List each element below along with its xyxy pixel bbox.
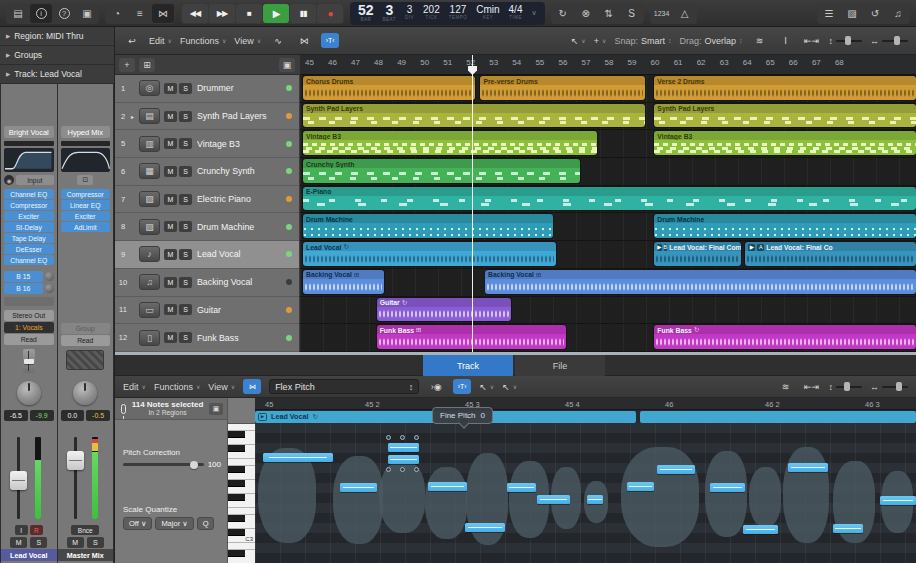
flex-pitch-note[interactable] — [710, 483, 745, 492]
region-header[interactable] — [640, 411, 916, 423]
flex-pitch-note[interactable] — [340, 483, 377, 492]
track-activity-dot[interactable] — [286, 251, 292, 257]
flex-pitch-note[interactable] — [880, 496, 916, 505]
note-pads-icon[interactable]: ▨ — [841, 4, 863, 23]
region[interactable]: E-Piano — [303, 187, 916, 211]
region-play-icon[interactable]: ▶ — [258, 413, 267, 421]
strip-name-label[interactable]: Master Mix — [58, 549, 114, 561]
region[interactable]: Synth Pad Layers — [303, 104, 645, 128]
strip-image-thumbnail[interactable] — [66, 350, 104, 370]
track-header[interactable]: 2▸▤MSSynth Pad Layers — [115, 103, 299, 131]
mute-button[interactable]: M — [164, 332, 177, 343]
mute-button[interactable]: M — [164, 249, 177, 260]
track-header[interactable]: 7▧MSElectric Piano — [115, 186, 299, 214]
black-key[interactable] — [228, 529, 245, 536]
browsers-icon[interactable]: ♫ — [887, 4, 909, 23]
vertical-zoom-slider[interactable]: ↕ — [829, 36, 863, 46]
take-play-icon[interactable]: ▶ — [748, 244, 755, 251]
volume-readout[interactable]: 0.0 — [61, 410, 85, 421]
track-lane[interactable]: Funk Bass⊞Funk Bass↻ — [300, 324, 916, 352]
duplicate-track-button[interactable]: ⊞ — [139, 58, 155, 72]
track-lane[interactable]: E-Piano — [300, 186, 916, 214]
note-edit-handle[interactable] — [386, 467, 391, 472]
horizontal-auto-zoom-icon[interactable]: ⇤⇥ — [803, 33, 821, 48]
plugin-slot[interactable]: Linear EQ — [61, 200, 111, 210]
pan-knob[interactable] — [73, 381, 97, 405]
mute-button[interactable]: M — [164, 111, 177, 122]
volume-readout[interactable]: -6.5 — [4, 410, 28, 421]
region[interactable]: Guitar↻ — [377, 298, 511, 322]
plugin-slot[interactable]: Compressor — [61, 189, 111, 199]
mute-button[interactable]: M — [164, 277, 177, 288]
flex-pitch-grid[interactable] — [255, 423, 916, 563]
black-key[interactable] — [228, 494, 245, 501]
solo-button[interactable]: S — [179, 111, 192, 122]
editor-view-menu[interactable]: View∨ — [208, 382, 235, 392]
note-edit-handle[interactable] — [400, 467, 405, 472]
secondary-tool-select[interactable]: ↖∨ — [502, 382, 517, 392]
waveform-zoom-icon[interactable]: ≋ — [777, 379, 795, 394]
solo-button[interactable]: S — [179, 277, 192, 288]
send-level-knob[interactable] — [45, 272, 54, 281]
white-key[interactable] — [228, 473, 255, 480]
region[interactable]: Backing Vocal⊞ — [303, 270, 384, 294]
editor-ruler[interactable]: 4545 245 345 44646 246 3 — [255, 398, 916, 410]
output-slot[interactable]: Stereo Out — [4, 310, 54, 321]
zoom-slider-thumb[interactable] — [844, 382, 850, 391]
pan-readout[interactable]: -0.5 — [86, 410, 110, 421]
solo-button[interactable]: S — [179, 249, 192, 260]
quantize-apply-button[interactable]: Q — [197, 517, 215, 530]
track-lane[interactable]: Drum MachineDrum Machine — [300, 213, 916, 241]
metronome-icon[interactable]: △ — [674, 4, 696, 23]
solo-button[interactable]: S — [87, 537, 104, 548]
editors-icon[interactable]: ⋈ — [152, 4, 174, 23]
pan-knob[interactable] — [17, 381, 41, 405]
region[interactable]: Lead Vocal↻ — [303, 242, 556, 266]
solo-button[interactable]: S — [179, 166, 192, 177]
solo-button[interactable]: S — [179, 83, 192, 94]
flex-pitch-note[interactable] — [627, 482, 654, 491]
track-header[interactable]: 10♫MSBacking Vocal — [115, 269, 299, 297]
input-monitor-button[interactable]: I — [15, 525, 28, 535]
region[interactable]: Verse 2 Drums — [654, 76, 916, 100]
solo-button[interactable]: S — [179, 304, 192, 315]
bar-ruler[interactable]: 4546474849505152535455565758596061626364… — [300, 55, 916, 75]
track-lane[interactable]: Backing Vocal⊞Backing Vocal⊞ — [300, 269, 916, 297]
flex-mode-select[interactable]: Flex Pitch ↕ — [269, 379, 419, 394]
library-icon[interactable]: ▤ — [7, 4, 29, 23]
rewind-button[interactable]: ◀◀ — [182, 4, 208, 23]
white-key[interactable] — [228, 424, 255, 431]
mute-button[interactable]: M — [164, 221, 177, 232]
region[interactable]: Synth Pad Layers — [654, 104, 916, 128]
solo-button[interactable]: S — [179, 221, 192, 232]
flex-pitch-note[interactable] — [465, 523, 505, 532]
catch-note-icon[interactable]: ›◉ — [427, 379, 445, 394]
track-header[interactable]: 5▥MSVintage B3 — [115, 130, 299, 158]
region-inspector-header[interactable]: ▶ Region: MIDI Thru — [0, 27, 114, 46]
plugin-slot[interactable]: Exciter — [4, 211, 54, 221]
empty-send-slot[interactable] — [4, 297, 54, 306]
track-lane[interactable]: Synth Pad LayersSynth Pad Layers — [300, 103, 916, 131]
plugin-slot[interactable]: Channel EQ — [4, 255, 54, 265]
send-level-knob[interactable] — [45, 284, 54, 293]
white-key[interactable] — [228, 438, 255, 445]
flex-icon[interactable]: ⋈ — [243, 379, 261, 394]
pointer-tool-select[interactable]: ↖∨ — [479, 382, 494, 392]
eq-thumbnail[interactable] — [4, 148, 54, 172]
track-activity-dot[interactable] — [286, 113, 292, 119]
white-key[interactable] — [228, 487, 255, 494]
record-enable-button[interactable]: R — [30, 525, 43, 535]
track-header[interactable]: 8▨MSDrum Machine — [115, 213, 299, 241]
mute-button[interactable]: M — [164, 304, 177, 315]
catch-playhead-icon[interactable]: ›T‹ — [321, 33, 339, 48]
scale-root-select[interactable]: Off∨ — [123, 517, 152, 530]
track-lane[interactable]: Crunchy Synth — [300, 158, 916, 186]
eq-thumbnail[interactable] — [61, 148, 111, 172]
plugin-slot[interactable]: Tape Delay — [4, 233, 54, 243]
white-key[interactable]: C3 — [228, 536, 255, 543]
arrange-edit-menu[interactable]: Edit∨ — [149, 36, 172, 46]
flex-pitch-note[interactable] — [587, 495, 603, 504]
track-lane[interactable]: Guitar↻ — [300, 297, 916, 325]
track-activity-dot[interactable] — [286, 279, 292, 285]
region[interactable]: ▶ALead Vocal: Final Co — [745, 242, 916, 266]
